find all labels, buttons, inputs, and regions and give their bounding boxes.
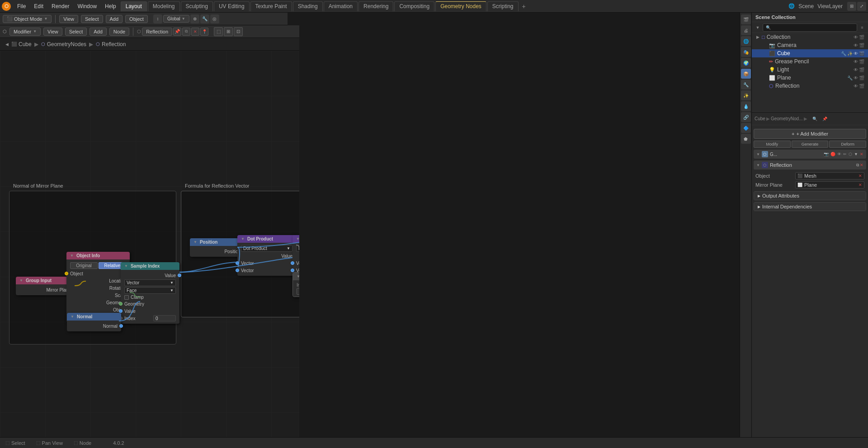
- node-sample-index[interactable]: ▼ Sample Index Value Vector ▼ Face ▼ Cla…: [121, 262, 179, 324]
- modifier-icon-cube[interactable]: 🔧: [841, 51, 846, 56]
- vtab-physics[interactable]: 💧: [741, 101, 751, 111]
- generate-tab[interactable]: Generate: [792, 141, 829, 148]
- unpin-node-btn[interactable]: 📍: [200, 28, 208, 36]
- vtab-view[interactable]: 🌐: [741, 36, 751, 46]
- tab-layout[interactable]: Layout: [121, 1, 147, 11]
- si-face-field[interactable]: Face ▼: [124, 287, 176, 294]
- tab-rendering[interactable]: Rendering: [359, 1, 393, 11]
- vec222-integer[interactable]: 2: [297, 288, 299, 295]
- tab-compositing[interactable]: Compositing: [394, 1, 434, 11]
- node-vector-222[interactable]: ▼ Vector (2, 2, 2) Integer 2: [292, 272, 299, 297]
- pivot-icon[interactable]: ⊕: [190, 14, 199, 24]
- si-clamp-checkbox[interactable]: [124, 295, 129, 300]
- render-icon-light[interactable]: 🎬: [859, 67, 864, 72]
- eye-icon-plane[interactable]: 👁: [854, 75, 858, 80]
- outliner-item-grease-pencil[interactable]: ✏ Grease Pencil 👁 🎬: [752, 57, 868, 66]
- menu-window[interactable]: Window: [74, 2, 100, 10]
- reflection-modifier-bar[interactable]: ▼ ⬡ Reflection ⧉ ✕: [754, 160, 866, 170]
- breadcrumb-reflection[interactable]: ⬡ Reflection: [96, 41, 126, 47]
- transform-icon[interactable]: ↕: [153, 14, 162, 24]
- vtab-particles[interactable]: ✨: [741, 90, 751, 100]
- tab-sculpting[interactable]: Sculpting: [181, 1, 213, 11]
- breadcrumb-geonodes[interactable]: ⬡ GeometryNodes: [41, 41, 86, 47]
- vtab-modifier[interactable]: 🔧: [741, 80, 751, 90]
- vtab-constraints[interactable]: 🔗: [741, 112, 751, 122]
- vtab-material[interactable]: ⬟: [741, 134, 751, 144]
- node-node-btn[interactable]: Node: [109, 28, 129, 36]
- mul1-mode-field[interactable]: Multiply ▼: [296, 245, 299, 252]
- render-icon-cube[interactable]: 🎬: [859, 51, 864, 56]
- mod-eye-icon[interactable]: 👁: [837, 152, 841, 156]
- si-index-value[interactable]: 0: [153, 315, 176, 321]
- vtab-data[interactable]: 🔷: [741, 123, 751, 133]
- fullscreen-btn[interactable]: ⤢: [857, 2, 866, 11]
- menu-render[interactable]: Render: [48, 2, 73, 10]
- tab-shading[interactable]: Shading: [293, 1, 323, 11]
- vtab-output[interactable]: 🖨: [741, 25, 751, 35]
- props-cube-path[interactable]: Cube: [755, 116, 765, 121]
- outliner-search[interactable]: 🔍: [763, 24, 857, 32]
- tab-texture-paint[interactable]: Texture Paint: [250, 1, 292, 11]
- mirror-plane-value[interactable]: ⬜ Plane ✕: [795, 181, 864, 189]
- mod-render-icon[interactable]: 🔴: [830, 152, 835, 156]
- dot-mode-field[interactable]: Dot Product ▼: [241, 245, 292, 252]
- props-search-icon[interactable]: 🔍: [811, 115, 819, 123]
- proportional-icon[interactable]: ◎: [210, 14, 219, 24]
- add-modifier-button[interactable]: + + Add Modifier: [754, 129, 866, 139]
- active-node-name[interactable]: Reflection: [142, 28, 172, 36]
- eye-icon[interactable]: 👁: [854, 35, 858, 40]
- si-vector-field[interactable]: Vector ▼: [124, 279, 176, 286]
- node-multiply-1[interactable]: ▼ Multiply Multiply ▼ Vector Vector Vect…: [292, 235, 299, 276]
- modifier-mode-select[interactable]: Modifier ▼: [9, 28, 41, 36]
- node-controls-3[interactable]: ⊡: [234, 27, 243, 36]
- modifier-icon-plane[interactable]: 🔧: [847, 75, 853, 80]
- scene-view-btn[interactable]: ⊞: [847, 2, 856, 11]
- global-select[interactable]: Global ▼: [163, 15, 189, 23]
- vtab-world[interactable]: 🌍: [741, 58, 751, 68]
- mod-dropdown-arrow[interactable]: ▼: [854, 152, 858, 156]
- eye-icon-cam[interactable]: 👁: [854, 43, 858, 48]
- menu-help[interactable]: Help: [101, 2, 120, 10]
- tab-scripting[interactable]: Scripting: [487, 1, 519, 11]
- render-icon-plane[interactable]: 🎬: [859, 75, 864, 80]
- render-icon-cam[interactable]: 🎬: [859, 43, 864, 48]
- outliner-item-cube[interactable]: ⬛ Cube 🔧 ✨ 👁 🎬: [752, 49, 868, 57]
- mod-edit-icon[interactable]: ✏: [843, 152, 847, 156]
- node-view-btn[interactable]: View: [43, 28, 62, 36]
- snap-icon[interactable]: 🔧: [200, 14, 209, 24]
- object-prop-value[interactable]: ⬛ Mesh ✕: [795, 172, 864, 179]
- outliner-item-reflection[interactable]: ⬡ Reflection 👁 🎬: [752, 82, 868, 90]
- render-icon[interactable]: 🎬: [859, 35, 864, 40]
- internal-deps-header[interactable]: ▶ Internal Dependencies: [754, 203, 866, 211]
- menu-file[interactable]: File: [14, 2, 29, 10]
- node-editor[interactable]: Normal of Mirror Plane Formula for Refle…: [0, 51, 299, 437]
- object-mode-select[interactable]: ⬛ Object Mode ▼: [3, 15, 52, 23]
- select-menu-btn[interactable]: Select: [81, 15, 103, 23]
- node-controls-1[interactable]: ⬚: [214, 27, 223, 36]
- refl-copy-icon[interactable]: ⧉: [856, 163, 859, 168]
- node-select-btn[interactable]: Select: [65, 28, 87, 36]
- add-menu-btn[interactable]: Add: [106, 15, 123, 23]
- tab-uv-editing[interactable]: UV Editing: [214, 1, 250, 11]
- props-geonode-path[interactable]: GeometryNod...: [771, 116, 803, 121]
- outliner-item-plane[interactable]: ⬜ Plane 🔧 👁 🎬: [752, 74, 868, 82]
- eye-icon-light[interactable]: 👁: [854, 67, 858, 72]
- shader-icon-cube[interactable]: ✨: [847, 51, 853, 56]
- mod-realtime-icon[interactable]: ⬡: [849, 152, 852, 156]
- node-normal[interactable]: ▼ Normal Normal: [67, 313, 121, 331]
- vtab-render[interactable]: 🎬: [741, 14, 751, 24]
- view-menu-btn[interactable]: View: [59, 15, 78, 23]
- tab-modeling[interactable]: Modeling: [148, 1, 180, 11]
- outliner-filter-icon[interactable]: ▼: [754, 24, 762, 32]
- eye-icon-cube[interactable]: 👁: [854, 51, 858, 56]
- outliner-item-collection[interactable]: ▶ □ Collection 👁 🎬: [752, 33, 868, 41]
- outliner-item-camera[interactable]: 📷 Camera 👁 🎬: [752, 41, 868, 49]
- output-attrs-header[interactable]: ▶ Output Attributes: [754, 192, 866, 200]
- vtab-scene[interactable]: 🎭: [741, 47, 751, 57]
- vtab-object[interactable]: 📦: [741, 69, 751, 79]
- close-node-btn[interactable]: ✕: [191, 28, 199, 36]
- add-workspace-btn[interactable]: +: [519, 1, 528, 11]
- deform-tab[interactable]: Deform: [829, 141, 866, 148]
- pin-node-btn[interactable]: 📌: [173, 28, 181, 36]
- mod-close-btn[interactable]: ✕: [860, 152, 863, 156]
